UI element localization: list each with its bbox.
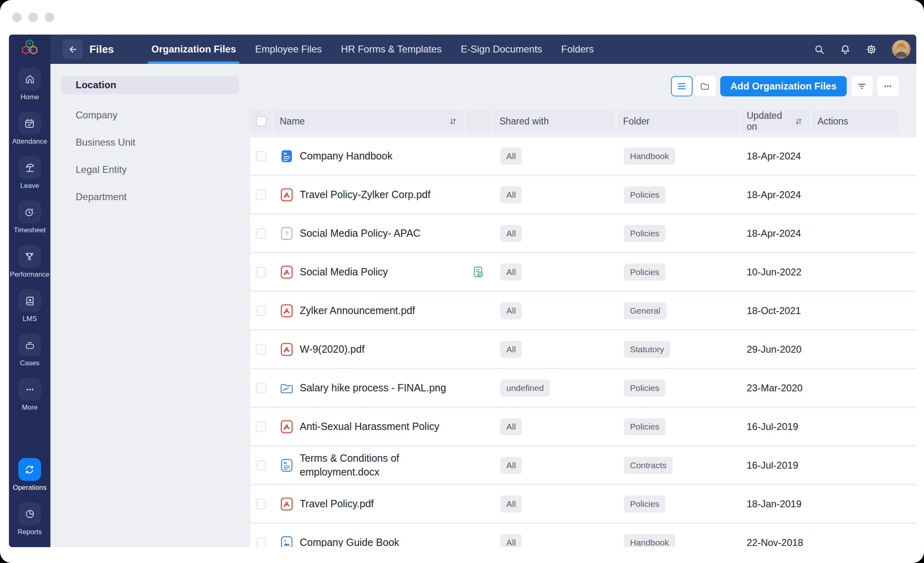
select-all-checkbox[interactable] xyxy=(256,116,266,127)
files-tab[interactable]: Folders xyxy=(561,35,594,64)
sidebar-module-icon xyxy=(18,245,41,268)
row-checkbox[interactable] xyxy=(256,344,266,355)
column-header-updated-on[interactable]: Updated on xyxy=(741,110,809,133)
files-tab[interactable]: Organization Files xyxy=(151,35,236,64)
folder-badge: Statutory xyxy=(624,341,670,358)
file-type-icon xyxy=(280,497,294,511)
folder-badge: Policies xyxy=(624,380,665,397)
sidebar-module-item[interactable]: Attendance xyxy=(12,112,47,146)
window-control-dot[interactable] xyxy=(45,13,54,22)
shared-with-badge: All xyxy=(500,302,522,319)
files-tab[interactable]: E-Sign Documents xyxy=(461,35,542,64)
folder-badge: Policies xyxy=(624,225,665,242)
file-row[interactable]: Travel Policy-Zylker Corp.pdf All xyxy=(250,176,916,213)
files-tab[interactable]: HR Forms & Templates xyxy=(341,35,442,64)
user-avatar[interactable] xyxy=(892,40,911,59)
search-icon[interactable] xyxy=(814,44,825,55)
file-row[interactable]: Anti-Sexual Harassment Policy All xyxy=(250,408,916,445)
sidebar-module-icon xyxy=(18,334,41,356)
sidebar-module-item[interactable]: Performance xyxy=(10,245,49,279)
grouping-filter-item[interactable]: Department xyxy=(61,188,239,206)
row-checkbox[interactable] xyxy=(256,151,266,161)
file-name[interactable]: Company Handbook xyxy=(300,149,392,163)
add-organization-files-button[interactable]: Add Organization Files xyxy=(720,76,847,96)
file-row[interactable]: Social Media Policy All P xyxy=(250,253,916,290)
column-header-shared-with[interactable]: Shared with xyxy=(494,110,615,133)
shared-with-cell: All xyxy=(494,418,615,435)
sidebar-module-item[interactable]: Timesheet xyxy=(14,201,46,234)
file-row[interactable]: Zylker Announcement.pdf All xyxy=(250,292,916,329)
file-row[interactable]: Company Guide Book All Ha xyxy=(250,524,916,547)
row-checkbox[interactable] xyxy=(256,190,266,200)
column-header-folder[interactable]: Folder xyxy=(617,110,739,133)
row-checkbox[interactable] xyxy=(256,306,266,316)
file-row[interactable]: ? Social Media Policy- APAC All xyxy=(250,215,916,252)
row-checkbox[interactable] xyxy=(256,383,266,393)
file-name-cell: W-9(2020).pdf xyxy=(274,343,464,356)
file-name[interactable]: Social Media Policy xyxy=(300,265,388,279)
file-name[interactable]: Travel Policy-Zylker Corp.pdf xyxy=(300,188,430,202)
more-options-button[interactable] xyxy=(877,76,899,96)
grouping-filter-item[interactable]: Location xyxy=(61,76,239,94)
sort-icon-active[interactable] xyxy=(793,116,804,127)
files-table-header: Name Shared with Folder Updated on Actio… xyxy=(250,110,916,133)
sidebar-module-label: LMS xyxy=(23,315,37,323)
folder-view-toggle[interactable] xyxy=(694,76,716,96)
sort-icon[interactable] xyxy=(448,116,458,127)
shared-with-cell: All xyxy=(494,302,615,319)
sidebar-module-item[interactable]: More xyxy=(18,378,41,412)
folder-badge: Policies xyxy=(624,186,665,203)
sidebar-module-item[interactable]: Cases xyxy=(18,334,41,367)
window-control-dot[interactable] xyxy=(12,13,22,22)
file-name-cell: Terms & Conditions of employment.docx xyxy=(274,452,464,479)
row-checkbox[interactable] xyxy=(256,267,266,277)
file-row[interactable]: Travel Policy.pdf All Pol xyxy=(250,485,916,522)
row-checkbox[interactable] xyxy=(256,460,266,471)
grouping-filter-item[interactable]: Business Unit xyxy=(61,133,239,151)
select-all-header-cell xyxy=(250,110,272,133)
file-name[interactable]: Social Media Policy- APAC xyxy=(300,227,421,240)
back-button[interactable] xyxy=(63,39,83,59)
files-tab[interactable]: Employee Files xyxy=(255,35,322,64)
window-control-dot[interactable] xyxy=(28,13,38,22)
row-checkbox[interactable] xyxy=(256,421,266,432)
file-name-cell: Company Guide Book xyxy=(274,536,464,548)
file-name[interactable]: Anti-Sexual Harassment Policy xyxy=(300,420,439,434)
file-row[interactable]: W-9(2020).pdf All Statuto xyxy=(250,331,916,368)
row-checkbox[interactable] xyxy=(256,228,266,239)
list-view-toggle[interactable] xyxy=(671,76,693,96)
file-name[interactable]: Company Guide Book xyxy=(300,536,399,547)
file-type-icon xyxy=(280,420,294,434)
settings-gear-icon[interactable] xyxy=(866,44,877,55)
file-name[interactable]: Travel Policy.pdf xyxy=(300,497,374,511)
updated-on-cell: 22-Nov-2018 xyxy=(741,537,809,548)
column-header-updated-label: Updated on xyxy=(747,110,790,132)
file-row[interactable]: Salary hike process - FINAL.png undefine… xyxy=(250,369,916,406)
sidebar-module-item[interactable]: Reports xyxy=(17,502,42,536)
file-type-icon xyxy=(280,381,294,395)
updated-on-cell: 23-Mar-2020 xyxy=(741,382,809,394)
grouping-filter-item[interactable]: Company xyxy=(61,106,239,124)
sidebar-module-item[interactable]: Leave xyxy=(18,156,41,190)
row-checkbox[interactable] xyxy=(256,499,266,509)
sidebar-module-item[interactable]: LMS xyxy=(18,289,41,323)
row-checkbox[interactable] xyxy=(256,537,266,548)
file-name[interactable]: Zylker Announcement.pdf xyxy=(300,304,415,318)
file-row[interactable]: Terms & Conditions of employment.docx Al… xyxy=(250,447,916,484)
esign-cell xyxy=(466,266,491,278)
shared-with-badge: All xyxy=(500,495,522,513)
sidebar-module-item[interactable]: Operations xyxy=(13,458,46,492)
sidebar-module-item[interactable]: Home xyxy=(18,68,41,101)
column-header-name[interactable]: Name xyxy=(274,110,464,133)
zoho-people-logo-icon xyxy=(19,38,41,60)
file-name[interactable]: Salary hike process - FINAL.png xyxy=(300,381,446,395)
folder-cell: Policies xyxy=(617,380,739,397)
file-row[interactable]: Company Handbook All Hand xyxy=(250,137,916,175)
shared-with-cell: All xyxy=(494,457,615,474)
notifications-bell-icon[interactable] xyxy=(840,44,851,55)
folder-badge: Policies xyxy=(624,495,665,513)
filter-button[interactable] xyxy=(851,76,873,96)
file-name[interactable]: Terms & Conditions of employment.docx xyxy=(300,452,399,479)
grouping-filter-item[interactable]: Legal Entity xyxy=(61,161,239,179)
file-name[interactable]: W-9(2020).pdf xyxy=(300,343,364,356)
